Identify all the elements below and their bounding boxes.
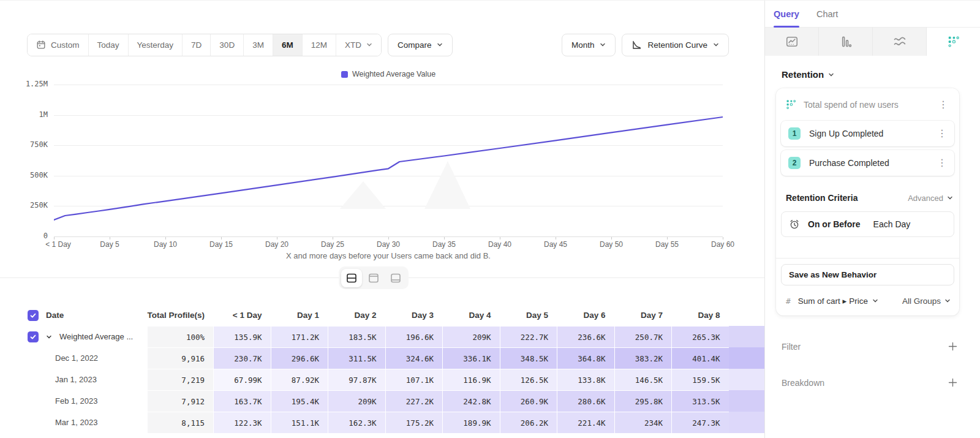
number-type-icon: # (786, 296, 791, 306)
behavior-title: Total spend of new users (804, 100, 929, 110)
sidebar-content: Retention Total spend of new users ⋮ 1Si… (765, 56, 980, 388)
sidebar-tabs: QueryChart (765, 1, 980, 28)
date-range-label: Custom (51, 40, 80, 50)
select-all-checkbox[interactable] (28, 310, 39, 321)
legend-swatch (341, 71, 348, 78)
date-range-today[interactable]: Today (89, 34, 129, 56)
criteria-mode-dropdown[interactable]: Advanced (908, 194, 953, 203)
retention-chart-type-button[interactable] (927, 28, 980, 56)
behavior-step-1[interactable]: 1Sign Up Completed⋮ (781, 121, 954, 146)
date-range-label: 6M (282, 40, 293, 50)
timing-unit-label: Each Day (873, 219, 911, 229)
retention-value-cell: 183.5K (328, 326, 385, 347)
step-menu-button[interactable]: ⋮ (935, 129, 949, 138)
breakdown-section[interactable]: Breakdown (782, 377, 958, 388)
x-axis-label: Day 45 (534, 240, 577, 249)
date-range-segmented-control: CustomTodayYesterday7D30D3M6M12MXTD (27, 34, 382, 56)
date-range-label: Today (97, 40, 119, 50)
y-axis-label: 750K (15, 140, 48, 149)
y-axis-label: 500K (15, 171, 48, 179)
x-axis-label: Day 55 (646, 240, 688, 249)
criteria-timing-control[interactable]: On or Before Each Day (781, 211, 954, 237)
compare-button[interactable]: Compare (388, 34, 453, 56)
row-checkbox[interactable] (28, 331, 39, 342)
retention-value-cell: 336.1K (442, 347, 500, 369)
step-event-label: Purchase Completed (809, 158, 926, 168)
retention-value-cell: 97.87K (328, 369, 385, 390)
retention-value-cell: 133.8K (557, 369, 614, 390)
date-range-label: 12M (311, 40, 327, 50)
retention-value-cell: 206.2K (500, 412, 557, 433)
retention-value-cell: 189.9K (442, 412, 500, 433)
x-axis-label: < 1 Day (37, 240, 80, 249)
legend-item[interactable]: Weighted Average Value (341, 70, 435, 78)
date-range-custom[interactable]: Custom (28, 34, 89, 56)
sidebar-tab-query[interactable]: Query (774, 1, 799, 28)
x-axis-label: Day 60 (701, 240, 744, 249)
report-type-dropdown[interactable]: Retention (782, 69, 959, 80)
filter-section[interactable]: Filter (782, 341, 958, 352)
measurement-label: Sum of cart ▸ Price (798, 296, 868, 306)
behavior-panel: Total spend of new users ⋮ 1Sign Up Comp… (776, 88, 959, 315)
retention-value-cell-clipped (729, 390, 764, 412)
save-as-new-behavior-button[interactable]: Save as New Behavior (781, 264, 954, 285)
retention-value-cell: 209K (442, 326, 500, 347)
date-range-3m[interactable]: 3M (244, 34, 273, 56)
column-header: Day 2 (328, 304, 385, 326)
insights-chart-type-button[interactable] (765, 28, 819, 56)
x-axis-label: Day 5 (88, 240, 131, 249)
granularity-button[interactable]: Month (562, 34, 616, 56)
step-number-badge: 1 (788, 127, 801, 140)
chart-type-button[interactable]: Retention Curve (622, 34, 729, 56)
section-label: Breakdown (782, 378, 824, 388)
date-range-30d[interactable]: 30D (211, 34, 244, 56)
retention-value-cell: 159.5K (671, 369, 729, 390)
step-menu-button[interactable]: ⋮ (935, 158, 949, 168)
column-header: Day 1 (271, 304, 328, 326)
total-profiles-cell: 7,219 (147, 369, 213, 390)
behavior-step-2[interactable]: 2Purchase Completed⋮ (781, 150, 954, 176)
alarm-clock-icon (789, 219, 800, 230)
total-profiles-cell: 7,912 (147, 390, 213, 412)
date-range-12m[interactable]: 12M (303, 34, 336, 56)
date-range-yesterday[interactable]: Yesterday (129, 34, 183, 56)
insights-icon (785, 35, 799, 48)
retention-value-cell: 67.99K (213, 369, 271, 390)
table-row-date: Dec 1, 2022 (18, 347, 147, 369)
x-axis-tick (723, 237, 723, 240)
panel-divider (776, 258, 959, 259)
chevron-down-icon (437, 42, 443, 48)
retention-value-cell: 311.5K (328, 347, 385, 369)
top-layout-button[interactable] (363, 269, 384, 287)
compare-label: Compare (398, 40, 432, 50)
retention-value-cell: 195.4K (271, 390, 328, 412)
expand-row-chevron-icon[interactable] (46, 334, 52, 340)
step-event-label: Sign Up Completed (809, 129, 926, 138)
top-layout-icon (368, 272, 380, 284)
retention-value-cell: 401.4K (671, 347, 729, 369)
date-range-7d[interactable]: 7D (183, 34, 211, 56)
sidebar-tab-chart[interactable]: Chart (816, 1, 838, 28)
x-axis-label: Day 10 (144, 240, 187, 249)
retention-value-cell: 126.5K (500, 369, 557, 390)
bottom-layout-button[interactable] (385, 269, 406, 287)
chart-legend: Weighted Average Value (54, 70, 723, 80)
retention-value-cell: 175.2K (385, 412, 443, 433)
date-range-xtd[interactable]: XTD (336, 34, 381, 56)
behavior-header: Total spend of new users ⋮ (781, 93, 954, 117)
retention-value-cell: 221.4K (557, 412, 614, 433)
behavior-menu-button[interactable]: ⋮ (936, 100, 951, 110)
y-axis-label: 1.25M (15, 80, 48, 88)
retention-line-series[interactable] (54, 117, 723, 220)
date-range-6m[interactable]: 6M (273, 34, 303, 56)
retention-value-cell: 162.3K (328, 412, 385, 433)
funnels-chart-type-button[interactable] (819, 28, 873, 56)
split-layout-button[interactable] (341, 269, 362, 287)
flows-chart-type-button[interactable] (873, 28, 927, 56)
group-dropdown[interactable]: All Groups (902, 296, 951, 306)
measurement-dropdown[interactable]: Sum of cart ▸ Price (798, 296, 895, 306)
watermark-triangle (424, 161, 470, 209)
date-range-label: 30D (219, 40, 235, 50)
chart-type-switcher (765, 28, 980, 56)
split-layout-icon (345, 272, 358, 284)
